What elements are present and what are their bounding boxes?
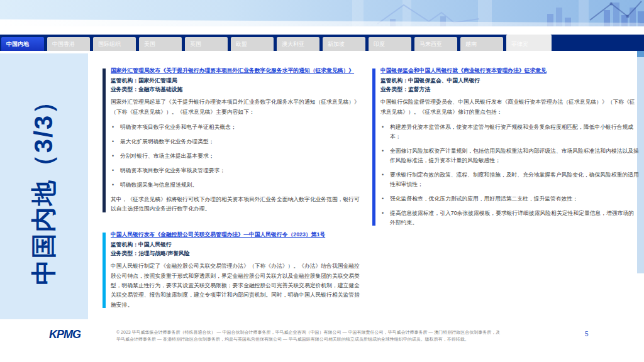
bullet-dot-icon: • [112,151,114,161]
bullet-item: •分别对银行、市场主体提出基本要求； [111,151,365,161]
left-column: 国家外汇管理局发布《关于提升银行办理资本项目外汇业务数字化服务水平的通知（征求意… [103,67,365,314]
article-title-link[interactable]: 中国人民银行发布《金融控股公司关联交易管理办法》—中国人民银行令（2023）第1… [111,231,365,239]
copyright-line-2: 毕马威会计师事务所 — 香港特别行政区合伙制事务所，均是与英国私营担保有限公司 … [116,336,557,343]
bullet-dot-icon: • [382,170,384,180]
article-accent-bar [103,69,106,212]
bullet-item: •明确资本项目数字化业务审核及管理要求； [111,166,365,175]
bullet-list: •明确资本项目数字化业务和电子单证相关概念； •最大化扩展明确数字化业务办理类型… [111,123,365,190]
article-intro: 中国银行保险监督管理委员会、中国人民银行发布《商业银行资本管理办法（征求意见稿）… [380,97,639,117]
kpmg-logo: KPMG [49,328,80,341]
tab-malaysia[interactable]: 马来西亚 [414,37,457,51]
right-edge-chip [637,51,644,57]
bullet-dot-icon: • [112,166,114,175]
sidebar: 中国内地（3/3） [0,53,88,319]
tab-international-orgs[interactable]: 国际组织 [93,37,136,51]
bullet-list: •构建差异化资本监管体系，使资本监管与银行资产规模和业务复杂程度相匹配，降低中小… [380,123,639,228]
article-title-link[interactable]: 中国银保监会和中国人民银行就《商业银行资本管理办法》征求意见 [380,67,639,75]
right-column: 中国银保监会和中国人民银行就《商业银行资本管理办法》征求意见 监管机构：中国银保… [372,67,639,233]
bullet-dot-icon: • [112,123,114,132]
bullet-item: •构建差异化资本监管体系，使资本监管与银行资产规模和业务复杂程度相匹配，降低中小… [380,123,639,141]
article-title-link[interactable]: 国家外汇管理局发布《关于提升银行办理资本项目外汇业务数字化服务水平的通知（征求意… [111,67,365,75]
bullet-dot-icon: • [382,194,384,204]
article-body: 中国人民银行制定了《金融控股公司关联交易管理办法》（下称《办法》）。《办法》结合… [111,261,365,310]
bullet-dot-icon: • [382,209,384,218]
tab-eu[interactable]: 欧盟 [231,37,274,51]
bullet-item: •提高信息披露标准，引入70余张披露模板，要求银行详细披露风险相关定性和定量信息… [380,209,639,228]
bullet-dot-icon: • [382,123,384,132]
regulator-field: 监管机构：中国人民银行 [111,241,365,250]
article-intro: 国家外汇管理局起草了《关于提升银行办理资本项目外汇业务数字化服务水平的通知（征求… [111,97,365,117]
article-safe-notice: 国家外汇管理局发布《关于提升银行办理资本项目外汇业务数字化服务水平的通知（征求意… [103,67,365,214]
tab-us[interactable]: 美国 [139,37,182,51]
business-type-field: 业务类型：治理与战略/声誉风险 [111,250,365,258]
tab-uk[interactable]: 英国 [185,37,228,51]
tab-philippines[interactable]: 菲律宾 [506,35,552,51]
bullet-item: •要求银行制定有效的政策、流程、制度和措施，及时、充分地掌握客户风险变化，确保风… [380,170,639,189]
tab-vietnam[interactable]: 越南 [460,37,503,51]
page-number: 5 [585,331,589,337]
page-title: 中国内地（3/3） [27,88,62,285]
article-pboc-order: 中国人民银行发布《金融控股公司关联交易管理办法》—中国人民银行令（2023）第1… [103,231,365,310]
article-capital-rules: 中国银保监会和中国人民银行就《商业银行资本管理办法》征求意见 监管机构：中国银保… [372,67,639,228]
bullet-item: •明确资本项目数字化业务和电子单证相关概念； [111,123,365,132]
region-tab-bar: 中国内地 中国香港 国际组织 美国 英国 欧盟 澳大利亚 新加坡 印度 马来西亚… [0,35,644,51]
bullet-dot-icon: • [112,180,114,190]
business-type-field: 业务类型：金融市场基础设施 [111,85,365,94]
article-outro: 其中，《征求意见稿》拟将银行可线下办理的相关资本项目外汇业务全面纳入数字化业务范… [111,195,365,214]
regulator-field: 监管机构：中国银保监会、中国人民银行 [380,77,639,85]
bullet-item: •全面修订风险加权资产计量规则，包括信用风险权重法和内部评级法、市场风险标准法和… [380,146,639,165]
article-accent-bar [372,69,375,226]
tab-india[interactable]: 印度 [369,37,411,51]
bullet-item: •最大化扩展明确数字化业务办理类型； [111,137,365,146]
header-banner [0,0,644,26]
slide: 中国内地 中国香港 国际组织 美国 英国 欧盟 澳大利亚 新加坡 印度 马来西亚… [0,0,644,362]
bullet-item: •明确数据采集与信息报送规则。 [111,180,365,190]
tab-australia[interactable]: 澳大利亚 [277,37,319,51]
bullet-item: •强化监督检查，优化压力测试的应用，用好用活第二支柱，提升监管有效性； [380,194,639,204]
tab-china-mainland[interactable]: 中国内地 [1,37,44,51]
business-type-field: 业务类型：监督方法 [380,85,639,94]
bullet-dot-icon: • [112,137,114,146]
tab-hong-kong[interactable]: 中国香港 [47,37,90,51]
copyright-text: © 2023 毕马威华振会计师事务所（特殊普通合伙） — 中国合伙制会计师事务所… [116,329,557,343]
copyright-line-1: © 2023 毕马威华振会计师事务所（特殊普通合伙） — 中国合伙制会计师事务所… [116,329,557,336]
bullet-dot-icon: • [382,146,384,156]
tab-singapore[interactable]: 新加坡 [323,37,365,51]
regulator-field: 监管机构：国家外汇管理局 [111,77,365,85]
article-accent-bar [103,233,106,308]
